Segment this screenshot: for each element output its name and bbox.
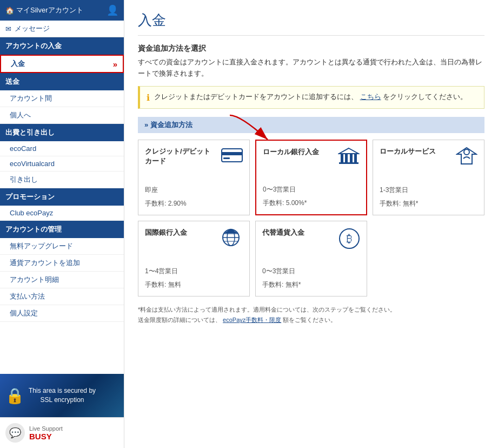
credit-card-top: クレジット/デビットカード	[145, 147, 243, 168]
upgrade-label: 無料アップグレード	[10, 241, 73, 251]
crypto-name: 代替通貨入金	[262, 228, 334, 238]
footnote-line2: 送金限度額の詳細については、 ecoPayz手数料・限度 額をご覧ください。	[138, 315, 484, 326]
sidebar: 🏠 マイSilverアカウント 👤 ✉ メッセージ アカウントの入金 入金 » …	[0, 0, 124, 448]
ecocard-label: ecoCard	[10, 144, 36, 153]
sidebar-header: 🏠 マイSilverアカウント 👤	[0, 0, 124, 21]
local-service-top: ローカルサービス	[380, 147, 477, 170]
nyukin-label: 入金	[11, 59, 25, 69]
crypto-fee: 手数料: 無料*	[262, 280, 360, 289]
description: すべての資金はアカウントに直接入金されます。アカウントとは異なる通貨で行われた入…	[138, 57, 484, 80]
intl-bank-fee: 手数料: 無料	[145, 280, 243, 289]
sidebar-item-payment-method[interactable]: 支払い方法	[0, 288, 124, 305]
section-header-promo: プロモーション	[0, 188, 124, 206]
sidebar-messages[interactable]: ✉ メッセージ	[0, 21, 124, 37]
crypto-timing: 0〜3営業日	[262, 267, 360, 276]
section-bar: » 資金追加方法	[138, 117, 484, 133]
svg-rect-7	[350, 154, 353, 162]
messages-label: メッセージ	[15, 24, 50, 34]
payment-card-local-bank[interactable]: ローカル銀行入金 0〜3営業日 手数料: 5.00%*	[255, 140, 367, 215]
section-header-soukin: 送金	[0, 73, 124, 90]
payment-methods-grid: クレジット/デビットカード 即座 手数料: 2.90% ローカル銀行入金	[138, 140, 484, 297]
intl-bank-top: 国際銀行入金	[145, 228, 243, 252]
hikidashi-label: 引き出し	[10, 175, 38, 185]
support-text: Live Support BUSY	[29, 425, 63, 441]
payment-card-credit[interactable]: クレジット/デビットカード 即座 手数料: 2.90%	[138, 140, 250, 215]
user-icon: 👤	[107, 4, 118, 16]
section-header-withdrawal: 出費と引き出し	[0, 124, 124, 141]
sidebar-item-personal-settings[interactable]: 個人設定	[0, 305, 124, 322]
local-bank-fee: 手数料: 5.00%*	[263, 199, 360, 208]
add-currency-label: 通貨アカウントを追加	[10, 258, 80, 268]
credit-card-name: クレジット/デビットカード	[145, 147, 217, 166]
footnote-link[interactable]: ecoPayz手数料・限度	[223, 317, 281, 323]
statement-label: アカウント明細	[10, 275, 59, 285]
sidebar-item-upgrade[interactable]: 無料アップグレード	[0, 238, 124, 255]
svg-rect-2	[222, 152, 242, 155]
local-service-icon	[456, 147, 477, 170]
local-bank-timing: 0〜3営業日	[263, 185, 360, 194]
svg-point-11	[464, 149, 469, 155]
svg-text:₿: ₿	[347, 233, 352, 245]
sidebar-item-nyukin[interactable]: 入金 »	[0, 55, 124, 73]
svg-rect-3	[223, 157, 230, 159]
local-bank-top: ローカル銀行入金	[263, 147, 360, 171]
payment-card-local-service[interactable]: ローカルサービス 1-3営業日 手数料: 無料*	[373, 140, 484, 215]
sidebar-item-hikidashi[interactable]: 引き出し	[0, 172, 124, 188]
svg-rect-5	[341, 154, 343, 162]
personal-transfer-label: 個人へ	[10, 110, 31, 120]
local-bank-icon	[338, 147, 360, 171]
local-service-name: ローカルサービス	[380, 147, 451, 156]
page-title: 入金	[138, 11, 484, 36]
local-service-timing: 1-3営業日	[380, 186, 477, 195]
sidebar-item-ecovirtualcard[interactable]: ecoVirtualcard	[0, 156, 124, 172]
ssl-line2: SSL encryption	[29, 396, 96, 405]
live-support[interactable]: 💬 Live Support BUSY	[0, 417, 124, 448]
credit-timing: 即座	[145, 186, 243, 195]
crypto-top: 代替通貨入金 ₿	[262, 228, 360, 254]
sidebar-item-statement[interactable]: アカウント明細	[0, 272, 124, 288]
sidebar-item-club-ecopayz[interactable]: Club ecoPayz	[0, 206, 124, 221]
info-text: クレジットまたはデビットカードをアカウントに追加するには、 こちら をクリックし…	[154, 92, 467, 102]
svg-rect-8	[354, 154, 357, 162]
support-title: Live Support	[29, 425, 63, 432]
credit-card-icon	[221, 147, 243, 168]
main-content: 入金 資金追加方法を選択 すべての資金はアカウントに直接入金されます。アカウント…	[124, 0, 498, 448]
intl-bank-name: 国際銀行入金	[145, 228, 215, 238]
info-link[interactable]: こちら	[360, 93, 381, 101]
sidebar-item-account-transfer[interactable]: アカウント間	[0, 90, 124, 107]
ecovirtualcard-label: ecoVirtualcard	[10, 160, 55, 168]
home-icon: 🏠	[5, 6, 14, 15]
arrow-icon: »	[113, 60, 117, 69]
account-transfer-label: アカウント間	[10, 94, 52, 103]
section-header-manage: アカウントの管理	[0, 221, 124, 238]
credit-fee: 手数料: 2.90%	[145, 199, 243, 208]
select-method-label: 資金追加方法を選択	[138, 44, 484, 54]
ssl-line1: This area is secured by	[29, 386, 96, 396]
payment-card-intl-bank[interactable]: 国際銀行入金 1〜4営業日 手数料: 無料	[138, 221, 250, 297]
sidebar-item-ecocard[interactable]: ecoCard	[0, 141, 124, 156]
local-bank-name: ローカル銀行入金	[263, 147, 334, 157]
sidebar-item-add-currency[interactable]: 通貨アカウントを追加	[0, 255, 124, 272]
lock-icon: 🔒	[5, 387, 24, 405]
local-service-fee: 手数料: 無料*	[380, 199, 477, 208]
support-status: BUSY	[29, 432, 63, 441]
info-icon: ℹ	[147, 93, 150, 103]
intl-bank-timing: 1〜4営業日	[145, 267, 243, 276]
footnote: *料金は支払い方法によって適用されます。適用料金については、次のステップをご覧く…	[138, 305, 484, 326]
personal-settings-label: 個人設定	[10, 308, 38, 318]
section-header-deposit: アカウントの入金	[0, 37, 124, 55]
sidebar-item-personal-transfer[interactable]: 個人へ	[0, 107, 124, 124]
svg-rect-6	[345, 154, 348, 162]
crypto-icon: ₿	[338, 228, 360, 254]
chat-icon: 💬	[5, 423, 25, 443]
intl-bank-icon	[219, 228, 243, 252]
svg-rect-9	[339, 162, 358, 164]
svg-marker-4	[339, 148, 358, 154]
payment-card-crypto[interactable]: 代替通貨入金 ₿ 0〜3営業日 手数料: 無料*	[255, 221, 367, 297]
account-label[interactable]: マイSilverアカウント	[16, 5, 107, 15]
email-icon: ✉	[5, 25, 11, 33]
info-box: ℹ クレジットまたはデビットカードをアカウントに追加するには、 こちら をクリッ…	[138, 86, 484, 109]
ssl-banner: 🔒 This area is secured by SSL encryption	[0, 374, 124, 417]
club-ecopayz-label: Club ecoPayz	[10, 209, 53, 217]
footnote-line1: *料金は支払い方法によって適用されます。適用料金については、次のステップをご覧く…	[138, 305, 484, 315]
